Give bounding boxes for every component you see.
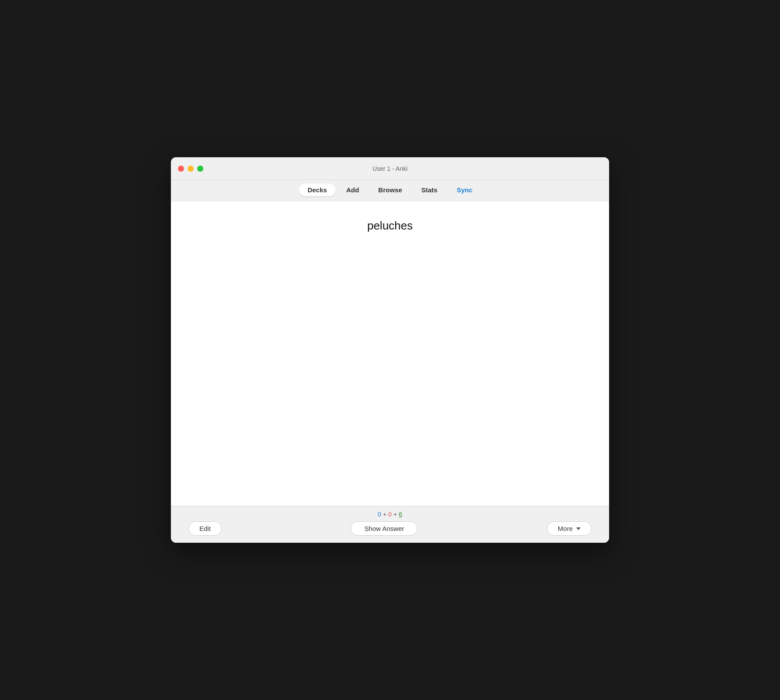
anki-window: User 1 - Anki Decks Add Browse Stats Syn… (171, 157, 609, 543)
separator-1: + (383, 511, 386, 518)
counter-row: 0 + 0 + 6 (378, 511, 402, 518)
learning-count: 0 (388, 511, 392, 518)
nav-decks[interactable]: Decks (299, 184, 336, 196)
close-button[interactable] (178, 166, 184, 172)
titlebar: User 1 - Anki (171, 157, 609, 180)
nav-browse[interactable]: Browse (369, 184, 411, 196)
card-front-text: peluches (367, 219, 413, 233)
chevron-down-icon (576, 527, 581, 530)
separator-2: + (394, 511, 397, 518)
minimize-button[interactable] (188, 166, 194, 172)
edit-button[interactable]: Edit (188, 521, 222, 536)
new-count: 0 (378, 511, 381, 518)
navbar: Decks Add Browse Stats Sync (171, 180, 609, 202)
card-area: peluches (171, 202, 609, 506)
nav-sync[interactable]: Sync (448, 184, 481, 196)
button-row: Edit Show Answer More (180, 521, 600, 536)
nav-stats[interactable]: Stats (413, 184, 447, 196)
show-answer-button[interactable]: Show Answer (351, 521, 418, 536)
due-count: 6 (399, 511, 402, 518)
more-label: More (558, 525, 573, 532)
maximize-button[interactable] (197, 166, 203, 172)
footer: 0 + 0 + 6 Edit Show Answer More (171, 506, 609, 543)
more-button[interactable]: More (547, 521, 592, 536)
window-controls (178, 166, 203, 172)
nav-add[interactable]: Add (337, 184, 368, 196)
window-title: User 1 - Anki (372, 165, 408, 172)
